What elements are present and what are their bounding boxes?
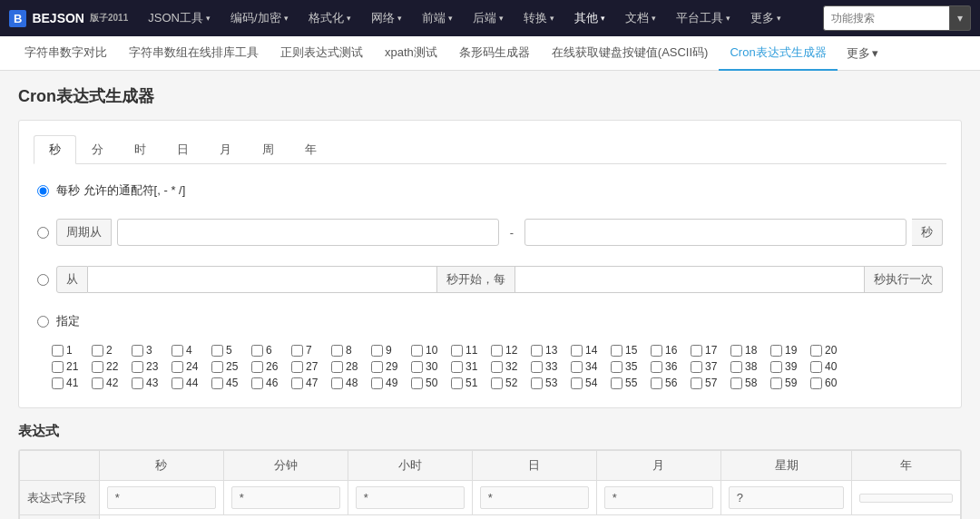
checkbox-44[interactable] (172, 377, 183, 389)
option-every-radio[interactable] (37, 185, 49, 197)
checkbox-19[interactable] (770, 345, 782, 357)
checkbox-36[interactable] (651, 361, 662, 373)
checkbox-53[interactable] (531, 377, 543, 389)
checkbox-10[interactable] (411, 345, 423, 357)
checkbox-58[interactable] (730, 377, 742, 389)
checkbox-30[interactable] (411, 361, 423, 373)
nav-backend[interactable]: 后端 ▾ (464, 0, 513, 36)
checkbox-13[interactable] (531, 345, 543, 357)
checkbox-33[interactable] (531, 361, 543, 373)
checkbox-38[interactable] (730, 361, 742, 373)
checkbox-41[interactable] (52, 377, 64, 389)
subnav-cron[interactable]: Cron表达式生成器 (719, 36, 837, 71)
option-specify-radio[interactable] (37, 316, 49, 328)
checkbox-51[interactable] (451, 377, 463, 389)
subnav-string-sort[interactable]: 字符串数组在线排库工具 (118, 36, 270, 71)
tab-week[interactable]: 周 (247, 135, 289, 164)
period-start-input[interactable] (117, 219, 499, 246)
checkbox-20[interactable] (810, 345, 822, 357)
checkbox-1[interactable] (52, 345, 64, 357)
checkbox-46[interactable] (251, 377, 263, 389)
nav-network[interactable]: 网络 ▾ (362, 0, 411, 36)
checkbox-27[interactable] (291, 361, 303, 373)
checkbox-56[interactable] (651, 377, 662, 389)
option-from-radio[interactable] (37, 274, 49, 286)
checkbox-24[interactable] (172, 361, 183, 373)
nav-encode[interactable]: 编码/加密 ▾ (221, 0, 298, 36)
tab-year[interactable]: 年 (289, 135, 332, 164)
checkbox-31[interactable] (451, 361, 463, 373)
checkbox-25[interactable] (211, 361, 223, 373)
checkbox-28[interactable] (331, 361, 343, 373)
nav-more[interactable]: 更多 ▾ (741, 0, 790, 36)
tab-minute[interactable]: 分 (76, 135, 119, 164)
checkbox-6[interactable] (251, 345, 263, 357)
checkbox-60[interactable] (810, 377, 822, 389)
checkbox-item-23: 23 (132, 360, 170, 373)
search-input[interactable] (823, 5, 950, 31)
checkbox-42[interactable] (92, 377, 103, 389)
checkbox-59[interactable] (770, 377, 782, 389)
checkbox-9[interactable] (371, 345, 383, 357)
from-interval-input[interactable] (515, 266, 865, 293)
checkbox-2[interactable] (92, 345, 103, 357)
subnav-string-compare[interactable]: 字符串数字对比 (14, 36, 118, 71)
checkbox-15[interactable] (611, 345, 622, 357)
tab-day[interactable]: 日 (162, 135, 204, 164)
checkbox-4[interactable] (172, 345, 183, 357)
checkbox-45[interactable] (211, 377, 223, 389)
checkbox-7[interactable] (291, 345, 303, 357)
nav-other[interactable]: 其他 ▾ (565, 0, 614, 36)
checkbox-16[interactable] (651, 345, 662, 357)
checkbox-3[interactable] (132, 345, 143, 357)
subnav-ascii[interactable]: 在线获取键盘按键值(ASCII码) (541, 36, 720, 71)
checkbox-54[interactable] (571, 377, 583, 389)
from-start-input[interactable] (88, 266, 437, 293)
nav-json-tools[interactable]: JSON工具 ▾ (139, 0, 220, 36)
nav-frontend[interactable]: 前端 ▾ (413, 0, 462, 36)
checkbox-49[interactable] (371, 377, 383, 389)
checkbox-35[interactable] (611, 361, 622, 373)
checkbox-14[interactable] (571, 345, 583, 357)
checkbox-17[interactable] (691, 345, 702, 357)
checkbox-11[interactable] (451, 345, 463, 357)
checkbox-8[interactable] (331, 345, 343, 357)
search-button[interactable]: ▾ (950, 5, 971, 31)
nav-other-arrow: ▾ (601, 14, 605, 23)
checkbox-43[interactable] (132, 377, 143, 389)
checkbox-21[interactable] (52, 361, 64, 373)
option-period-radio[interactable] (37, 227, 49, 239)
checkbox-52[interactable] (491, 377, 503, 389)
nav-convert[interactable]: 转换 ▾ (514, 0, 564, 36)
tab-hour[interactable]: 时 (119, 135, 162, 164)
checkbox-22[interactable] (92, 361, 103, 373)
tab-month[interactable]: 月 (204, 135, 247, 164)
checkbox-23[interactable] (132, 361, 143, 373)
checkbox-40[interactable] (810, 361, 822, 373)
subnav-regex-test[interactable]: 正则表达式测试 (270, 36, 374, 71)
checkbox-34[interactable] (571, 361, 583, 373)
checkbox-50[interactable] (411, 377, 423, 389)
checkbox-47[interactable] (291, 377, 303, 389)
checkbox-18[interactable] (730, 345, 742, 357)
search-box: ▾ (823, 5, 971, 31)
checkbox-29[interactable] (371, 361, 383, 373)
checkbox-12[interactable] (491, 345, 503, 357)
subnav-xpath[interactable]: xpath测试 (374, 36, 448, 71)
logo-box: B (9, 10, 26, 27)
nav-docs[interactable]: 文档 ▾ (616, 0, 665, 36)
nav-platform[interactable]: 平台工具 ▾ (667, 0, 740, 36)
subnav-more[interactable]: 更多 ▾ (838, 45, 887, 62)
period-end-input[interactable] (524, 219, 906, 246)
checkbox-5[interactable] (211, 345, 223, 357)
checkbox-57[interactable] (691, 377, 702, 389)
checkbox-32[interactable] (491, 361, 503, 373)
checkbox-37[interactable] (691, 361, 702, 373)
nav-format[interactable]: 格式化 ▾ (299, 0, 360, 36)
checkbox-48[interactable] (331, 377, 343, 389)
checkbox-39[interactable] (770, 361, 782, 373)
checkbox-26[interactable] (251, 361, 263, 373)
subnav-barcode[interactable]: 条形码生成器 (448, 36, 541, 71)
checkbox-55[interactable] (611, 377, 622, 389)
tab-second[interactable]: 秒 (34, 135, 76, 164)
